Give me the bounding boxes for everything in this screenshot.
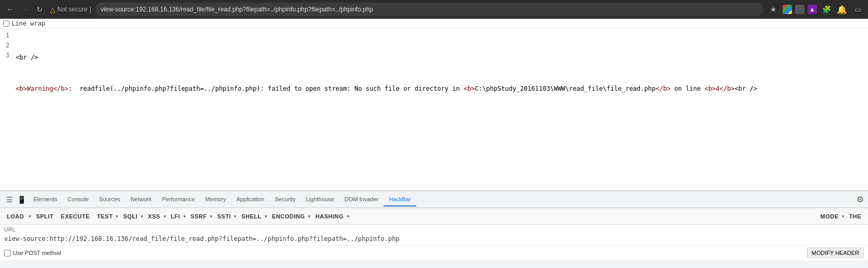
back-button[interactable]: ← — [4, 3, 17, 16]
hackbar-shell-dropdown: SHELL ▾ — [239, 212, 267, 221]
security-warning: △ Not secure | — [50, 6, 91, 14]
extension-dark-icon[interactable] — [795, 5, 804, 14]
hackbar-load-arrow[interactable]: ▾ — [29, 214, 31, 219]
hackbar-bottom: Use POST method MODIFY HEADER — [0, 246, 868, 260]
url-label: URL — [4, 227, 864, 233]
navigation-buttons: ← → ↻ — [4, 3, 46, 16]
address-bar[interactable]: view-source:192.168.16.136/read_file/fil… — [95, 3, 763, 16]
hackbar-sqli-dropdown: SQLI ▾ — [120, 212, 143, 221]
hackbar-ssrf-arrow[interactable]: ▾ — [210, 214, 213, 219]
tab-memory[interactable]: Memory — [200, 193, 231, 206]
hackbar-split-button[interactable]: SPLIT — [33, 212, 56, 221]
hackbar-test-arrow[interactable]: ▾ — [116, 214, 118, 219]
forward-button[interactable]: → — [19, 3, 31, 16]
hackbar-load-button[interactable]: LOAD — [4, 212, 27, 221]
hackbar-xss-dropdown: XSS ▾ — [145, 212, 166, 221]
bell-icon[interactable]: 🔔 — [836, 3, 848, 16]
tab-performance[interactable]: Performance — [157, 193, 200, 206]
hackbar-url-section: URL — [0, 225, 868, 246]
window-button[interactable]: ▭ — [851, 3, 864, 16]
hackbar-mode-arrow[interactable]: ▾ — [842, 214, 845, 219]
tab-lighthouse[interactable]: Lighthouse — [301, 193, 339, 206]
hackbar-mode-button[interactable]: MODE — [818, 212, 841, 221]
devtools-device-button[interactable]: 📱 — [15, 193, 28, 206]
tab-sources[interactable]: Sources — [94, 193, 125, 206]
devtools-tabs: ☰ 📱 Elements Console Sources Network Per… — [0, 191, 868, 208]
security-separator: | — [90, 6, 91, 13]
hackbar-ssrf-dropdown: SSRF ▾ — [188, 212, 213, 221]
hackbar-ssti-dropdown: SSTI ▾ — [215, 212, 237, 221]
modify-header-button[interactable]: MODIFY HEADER — [807, 248, 864, 258]
devtools-inspect-button[interactable]: ☰ — [4, 193, 15, 206]
hackbar-encoding-button[interactable]: ENCODING — [269, 212, 307, 221]
hackbar-execute-button[interactable]: EXECUTE — [58, 212, 92, 221]
source-view: Line wrap 1 2 3 <br /> <b>Warning</b>: r… — [0, 19, 868, 191]
line-wrap-bar: Line wrap — [0, 19, 868, 29]
hackbar-xss-button[interactable]: XSS — [145, 212, 163, 221]
post-method-label: Use POST method — [13, 250, 61, 256]
hackbar-the-button[interactable]: THE — [847, 212, 864, 221]
url-input[interactable] — [4, 235, 864, 242]
security-label: Not secure — [57, 6, 88, 13]
reload-button[interactable]: ↻ — [33, 3, 46, 16]
hackbar-test-button[interactable]: TEST — [94, 212, 115, 221]
devtools-panel: ☰ 📱 Elements Console Sources Network Per… — [0, 191, 868, 268]
line-num-1: 1 — [4, 31, 9, 41]
extension-colorful-icon[interactable] — [783, 5, 792, 14]
hackbar-ssti-button[interactable]: SSTI — [215, 212, 233, 221]
hackbar-encoding-dropdown: ENCODING ▾ — [269, 212, 311, 221]
line-num-3: 3 — [4, 51, 9, 60]
hackbar-encoding-arrow[interactable]: ▾ — [308, 214, 311, 219]
tab-security[interactable]: Security — [269, 193, 301, 206]
extension-purple-icon[interactable]: ▲ — [808, 5, 817, 14]
devtools-settings-button[interactable]: ⚙ — [857, 194, 864, 204]
post-method-section: Use POST method — [4, 250, 61, 257]
url-text: view-source:192.168.16.136/read_file/fil… — [101, 6, 373, 13]
hackbar-hashing-dropdown: HASHING ▾ — [313, 212, 349, 221]
bookmark-star-button[interactable]: ★ — [767, 3, 779, 16]
browser-toolbar: ← → ↻ △ Not secure | view-source:192.168… — [0, 0, 868, 19]
tab-dom-invader[interactable]: DOM Invader — [339, 193, 383, 206]
hackbar-lfi-dropdown: LFI ▾ — [168, 212, 186, 221]
hackbar-toolbar: LOAD ▾ SPLIT EXECUTE TEST ▾ SQLI ▾ XSS ▾… — [0, 208, 868, 225]
hackbar-lfi-arrow[interactable]: ▾ — [183, 214, 186, 219]
source-code: <br /> <b>Warning</b>: readfile(../phpin… — [16, 31, 868, 138]
hackbar-lfi-button[interactable]: LFI — [168, 212, 183, 221]
browser-actions: ★ ▲ 🧩 🔔 ▭ — [767, 3, 864, 16]
hackbar-hashing-arrow[interactable]: ▾ — [347, 214, 350, 219]
hackbar-hashing-button[interactable]: HASHING — [313, 212, 346, 221]
tab-console[interactable]: Console — [63, 193, 94, 206]
hackbar-test-dropdown: TEST ▾ — [94, 212, 118, 221]
hackbar-shell-button[interactable]: SHELL — [239, 212, 264, 221]
tab-application[interactable]: Application — [231, 193, 270, 206]
tab-elements[interactable]: Elements — [28, 193, 63, 206]
source-content: 1 2 3 <br /> <b>Warning</b>: readfile(..… — [0, 29, 868, 140]
line-num-2: 2 — [4, 41, 9, 51]
line-wrap-checkbox[interactable] — [3, 20, 9, 27]
hackbar-shell-arrow[interactable]: ▾ — [265, 214, 267, 219]
hackbar-sqli-button[interactable]: SQLI — [120, 212, 140, 221]
extensions-button[interactable]: 🧩 — [820, 3, 833, 16]
post-method-checkbox[interactable] — [4, 250, 11, 257]
line-numbers: 1 2 3 — [0, 31, 16, 138]
hackbar-ssrf-button[interactable]: SSRF — [188, 212, 209, 221]
tab-hackbar[interactable]: HackBar — [383, 193, 416, 206]
source-line-2: <b>Warning</b>: readfile(../phpinfo.php?… — [16, 84, 868, 94]
hackbar-sqli-arrow[interactable]: ▾ — [141, 214, 143, 219]
hackbar-xss-arrow[interactable]: ▾ — [164, 214, 166, 219]
source-line-1: <br /> — [16, 53, 868, 63]
hackbar-mode-dropdown: MODE ▾ — [818, 212, 845, 221]
hackbar-ssti-arrow[interactable]: ▾ — [234, 214, 237, 219]
warning-icon: △ — [50, 6, 55, 14]
line-wrap-label: Line wrap — [11, 20, 45, 27]
tab-network[interactable]: Network — [126, 193, 157, 206]
